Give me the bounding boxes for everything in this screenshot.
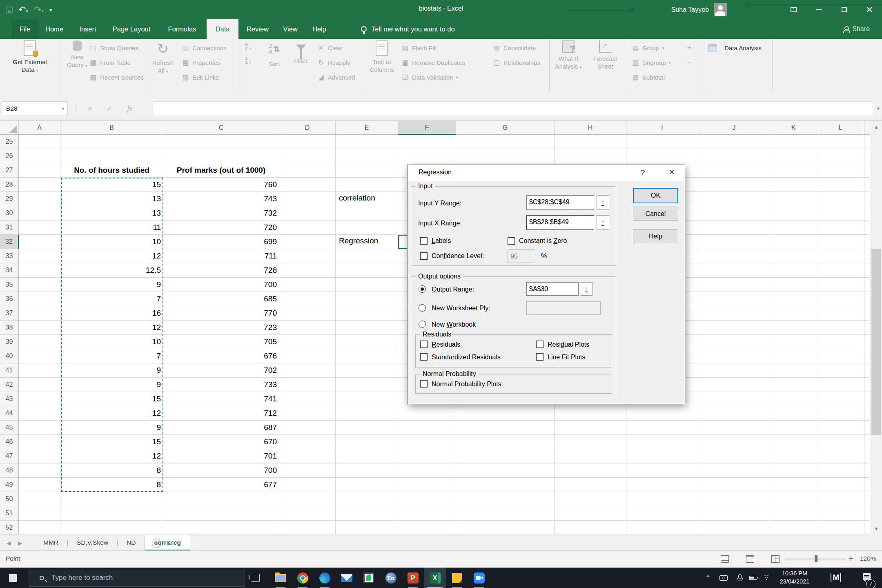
cell-K51[interactable]	[770, 506, 817, 521]
cell-K45[interactable]	[770, 421, 817, 435]
cell-J38[interactable]	[698, 321, 770, 335]
formula-bar-grip[interactable]: ⋮	[72, 103, 80, 113]
cell-J40[interactable]	[698, 349, 770, 363]
cell-C49[interactable]: 677	[163, 478, 279, 492]
cell-D41[interactable]	[279, 363, 336, 378]
cell-A29[interactable]	[19, 192, 60, 206]
row-header-46[interactable]: 46	[0, 435, 19, 449]
taskbar-search[interactable]	[29, 569, 245, 587]
cell-B26[interactable]	[60, 149, 163, 163]
sort-button[interactable]: ZA⇅ Sort	[261, 40, 287, 68]
start-button[interactable]	[9, 574, 17, 582]
cell-H49[interactable]	[555, 478, 626, 492]
dialog-close-icon[interactable]: ×	[662, 166, 681, 178]
cell-E47[interactable]	[336, 449, 398, 463]
cell-K29[interactable]	[770, 192, 817, 206]
cell-E50[interactable]	[336, 492, 398, 506]
cell-L46[interactable]	[817, 435, 864, 449]
cell-F47[interactable]	[398, 449, 456, 463]
cell-D49[interactable]	[279, 478, 336, 492]
cell-K27[interactable]	[770, 163, 817, 178]
cell-L35[interactable]	[817, 278, 864, 292]
cell-L51[interactable]	[817, 506, 864, 521]
col-header-A[interactable]: A	[19, 121, 60, 135]
col-header-G[interactable]: G	[456, 121, 555, 135]
cell-C41[interactable]: 702	[163, 363, 279, 378]
cell-J36[interactable]	[698, 292, 770, 306]
cell-C26[interactable]	[163, 149, 279, 163]
cell-L33[interactable]	[817, 249, 864, 263]
cell-J33[interactable]	[698, 249, 770, 263]
from-table-button[interactable]: ▦From Table	[89, 57, 144, 68]
cell-C51[interactable]	[163, 506, 279, 521]
scroll-down-icon[interactable]: ▼	[870, 523, 882, 535]
cell-D44[interactable]	[279, 406, 336, 421]
cell-J43[interactable]	[698, 392, 770, 406]
text-to-columns-button[interactable]: Text toColumns	[366, 40, 398, 74]
cell-A52[interactable]	[19, 521, 60, 535]
cell-D47[interactable]	[279, 449, 336, 463]
clock[interactable]: 10:36 PM 23/04/2021	[775, 569, 814, 586]
cell-G50[interactable]	[456, 492, 555, 506]
cell-D27[interactable]	[279, 163, 336, 178]
cell-K42[interactable]	[770, 378, 817, 392]
camera-icon[interactable]	[719, 568, 728, 588]
cell-J30[interactable]	[698, 206, 770, 220]
cell-D26[interactable]	[279, 149, 336, 163]
share-button[interactable]: Share	[843, 19, 870, 39]
cell-C44[interactable]: 712	[163, 406, 279, 421]
cell-K48[interactable]	[770, 463, 817, 478]
cell-L49[interactable]	[817, 478, 864, 492]
cell-K37[interactable]	[770, 306, 817, 321]
cell-E42[interactable]	[336, 378, 398, 392]
row-header-26[interactable]: 26	[0, 149, 19, 163]
cell-L25[interactable]	[817, 135, 864, 149]
cell-J46[interactable]	[698, 435, 770, 449]
maximize-button[interactable]	[831, 0, 857, 19]
cell-A40[interactable]	[19, 349, 60, 363]
tab-formulas[interactable]: Formulas	[162, 19, 203, 39]
zoom-slider-thumb[interactable]	[815, 555, 817, 562]
confidence-level-field[interactable]: 95	[508, 249, 535, 263]
row-header-43[interactable]: 43	[0, 392, 19, 406]
cell-D38[interactable]	[279, 321, 336, 335]
sheet-nav-right-icon[interactable]: ▶	[18, 535, 22, 551]
row-header-40[interactable]: 40	[0, 349, 19, 363]
cell-E44[interactable]	[336, 406, 398, 421]
cell-C52[interactable]	[163, 521, 279, 535]
cell-J51[interactable]	[698, 506, 770, 521]
cell-F25[interactable]	[398, 135, 456, 149]
cell-I48[interactable]	[626, 463, 698, 478]
cell-F44[interactable]	[398, 406, 456, 421]
cell-F48[interactable]	[398, 463, 456, 478]
evernote-icon[interactable]	[358, 568, 380, 588]
cell-F45[interactable]	[398, 421, 456, 435]
row-header-29[interactable]: 29	[0, 192, 19, 206]
output-range-radio[interactable]	[419, 285, 426, 293]
cell-E38[interactable]	[336, 321, 398, 335]
cell-L36[interactable]	[817, 292, 864, 306]
advanced-button[interactable]: ◢Advanced	[317, 71, 355, 83]
relationships-button[interactable]: ▢Relationships	[492, 57, 540, 68]
get-external-data-button[interactable]: Get ExternalData ▾	[12, 40, 47, 74]
cell-L32[interactable]	[817, 235, 864, 249]
edge-icon[interactable]	[314, 568, 336, 588]
cell-C33[interactable]: 711	[163, 249, 279, 263]
cell-A26[interactable]	[19, 149, 60, 163]
select-all-corner[interactable]	[0, 121, 19, 135]
sheet-nav-left-icon[interactable]: ◀	[7, 535, 11, 551]
cell-D34[interactable]	[279, 263, 336, 278]
cell-K35[interactable]	[770, 278, 817, 292]
cell-G48[interactable]	[456, 463, 555, 478]
cell-K32[interactable]	[770, 235, 817, 249]
hide-detail-button[interactable]: −	[685, 57, 693, 68]
formula-input[interactable]	[153, 101, 873, 116]
cell-C40[interactable]: 676	[163, 349, 279, 363]
cell-K31[interactable]	[770, 220, 817, 235]
residual-plots-checkbox[interactable]	[536, 341, 543, 348]
cell-E43[interactable]	[336, 392, 398, 406]
input-y-range-field[interactable]: $C$28:$C$49	[526, 195, 594, 210]
cell-D45[interactable]	[279, 421, 336, 435]
insert-function-button[interactable]: fx	[121, 101, 139, 116]
cell-L45[interactable]	[817, 421, 864, 435]
